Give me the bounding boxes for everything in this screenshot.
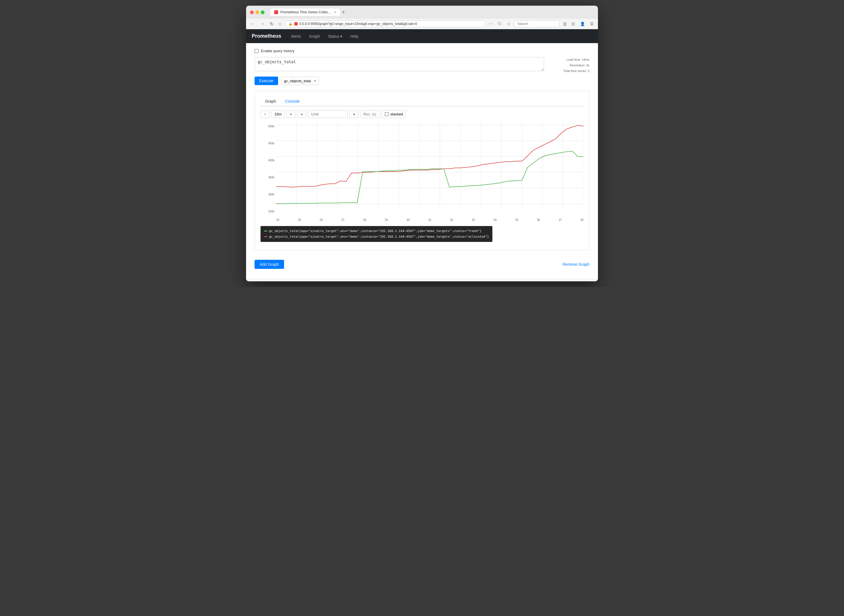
resolution-input[interactable] (360, 110, 380, 118)
site-favicon (294, 22, 298, 25)
close-window-btn[interactable] (250, 10, 254, 14)
scrollbar[interactable] (246, 279, 598, 282)
range-display: 15m (271, 110, 285, 118)
nav-brand[interactable]: Prometheus (252, 29, 287, 43)
url-text: 0.0.0.0:9090/graph?g0.range_input=15m&g0… (299, 22, 417, 26)
legend-item-freed: gc_objects_total{app="sinatra_target",en… (264, 228, 489, 234)
load-stats: Load time: 14ms Resolution: 3s Total tim… (544, 57, 590, 74)
increase-range-button[interactable]: + (286, 110, 296, 118)
tab-title: Prometheus Time Series Collec… (280, 10, 331, 14)
forward-button[interactable]: → (259, 21, 266, 27)
y-label-500k: 500k (260, 125, 274, 128)
home-button[interactable]: ⌂ (277, 21, 283, 27)
legend-box: gc_objects_total{app="sinatra_target",en… (260, 226, 493, 242)
y-label-400k: 400k (260, 159, 274, 162)
load-time-text: Load time: 14ms (550, 57, 590, 63)
query-input-row: gc_objects_total (254, 57, 544, 72)
y-axis: 500k 450k 400k 350k 300k 250k (260, 122, 276, 221)
nav-alerts[interactable]: Alerts (287, 30, 305, 43)
legend-text-allocated: gc_objects_total{app="sinatra_target",en… (269, 234, 489, 240)
nav-graph[interactable]: Graph (305, 30, 324, 43)
address-bar[interactable]: 🔒 0.0.0.0:9090/graph?g0.range_input=15m&… (285, 21, 485, 27)
decrease-range-button[interactable]: − (260, 110, 270, 118)
reader-view-icon[interactable]: ⊡ (570, 21, 576, 26)
x-label-36: 36 (537, 219, 540, 221)
nav-help[interactable]: Help (346, 30, 362, 43)
new-tab-button[interactable]: + (340, 9, 347, 15)
app-body: Prometheus Alerts Graph Status ▾ Help En… (246, 29, 598, 282)
forward-time-button[interactable]: » (349, 110, 359, 118)
more-options-button[interactable]: ⋯ (487, 21, 494, 26)
stacked-checkbox (385, 112, 388, 116)
tab-console[interactable]: Console (281, 97, 304, 106)
minimize-window-btn[interactable] (256, 10, 259, 14)
query-history-checkbox[interactable] (254, 49, 259, 53)
x-label-25: 25 (298, 219, 301, 221)
graph-panel: Graph Console − 15m + « » stacked (254, 91, 590, 250)
graph-tabs: Graph Console (260, 97, 584, 106)
legend-color-freed (264, 230, 267, 232)
metric-select[interactable]: gc_objects_total (281, 77, 319, 85)
chart-area: 24 25 26 27 28 29 30 31 32 33 34 35 (276, 122, 584, 221)
legend-container: gc_objects_total{app="sinatra_target",en… (260, 224, 584, 244)
x-label-30: 30 (406, 219, 410, 221)
y-label-450k: 450k (260, 142, 274, 145)
browser-titlebar: Prometheus Time Series Collec… ✕ + (246, 6, 598, 19)
x-label-27: 27 (341, 219, 344, 221)
app-nav: Prometheus Alerts Graph Status ▾ Help (246, 29, 598, 43)
series-freed-line (276, 151, 584, 204)
tab-favicon (274, 10, 278, 14)
x-label-34: 34 (494, 219, 497, 221)
tab-close-btn[interactable]: ✕ (334, 10, 336, 14)
execute-button[interactable]: Execute (254, 76, 278, 85)
x-label-32: 32 (450, 219, 453, 221)
y-label-350k: 350k (260, 176, 274, 179)
x-label-24: 24 (276, 219, 279, 221)
x-axis: 24 25 26 27 28 29 30 31 32 33 34 35 (276, 218, 584, 221)
nav-status[interactable]: Status ▾ (324, 30, 347, 43)
series-allocated-line (276, 125, 584, 187)
traffic-lights (250, 10, 265, 14)
bottom-bar: Add Graph Remove Graph (254, 256, 590, 269)
legend-text-freed: gc_objects_total{app="sinatra_target",en… (269, 228, 481, 234)
app-content: Enable query history gc_objects_total Ex… (246, 43, 598, 277)
graph-controls: − 15m + « » stacked (260, 110, 584, 118)
tab-graph[interactable]: Graph (260, 97, 281, 106)
browser-toolbar: ← → ↻ ⌂ 🔒 0.0.0.0:9090/graph?g0.range_in… (246, 19, 598, 29)
chart-svg (276, 122, 584, 219)
query-history-label: Enable query history (261, 49, 294, 53)
reload-button[interactable]: ↻ (268, 21, 275, 27)
legend-color-allocated (264, 236, 267, 237)
profile-icon[interactable]: 👤 (579, 21, 586, 26)
back-time-button[interactable]: « (297, 110, 306, 118)
menu-icon[interactable]: ☰ (588, 21, 595, 26)
bookmarks-sidebar-icon[interactable]: ||| (562, 21, 568, 26)
x-label-35: 35 (515, 219, 518, 221)
remove-graph-button[interactable]: Remove Graph (562, 262, 590, 267)
add-graph-button[interactable]: Add Graph (254, 260, 284, 269)
x-label-33: 33 (472, 219, 475, 221)
resolution-text: Resolution: 3s (550, 63, 590, 68)
y-label-250k: 250k (260, 210, 274, 213)
bookmark-icon[interactable]: ☆ (506, 21, 512, 26)
shield-icon[interactable]: 🛡 (496, 21, 503, 26)
y-label-300k: 300k (260, 193, 274, 196)
total-series-text: Total time series: 2 (550, 68, 590, 74)
browser-tab-active[interactable]: Prometheus Time Series Collec… ✕ (270, 9, 340, 16)
stacked-label: stacked (390, 112, 403, 116)
search-input[interactable] (514, 21, 560, 27)
query-textarea[interactable]: gc_objects_total (254, 57, 544, 71)
until-input[interactable] (308, 110, 348, 118)
maximize-window-btn[interactable] (261, 10, 265, 14)
legend-item-allocated: gc_objects_total{app="sinatra_target",en… (264, 234, 489, 240)
back-button[interactable]: ← (249, 21, 257, 27)
x-label-26: 26 (319, 219, 323, 221)
x-label-37: 37 (559, 219, 562, 221)
stacked-button[interactable]: stacked (382, 110, 406, 118)
toolbar-right: ⋯ 🛡 ☆ ||| ⊡ 👤 ☰ (487, 21, 595, 27)
security-icon: 🔒 (289, 22, 293, 26)
controls-row: Execute gc_objects_total (254, 76, 544, 85)
chart-wrapper: 500k 450k 400k 350k 300k 250k (260, 122, 584, 221)
tab-bar: Prometheus Time Series Collec… ✕ + (270, 9, 594, 16)
query-history-row: Enable query history (254, 49, 590, 53)
